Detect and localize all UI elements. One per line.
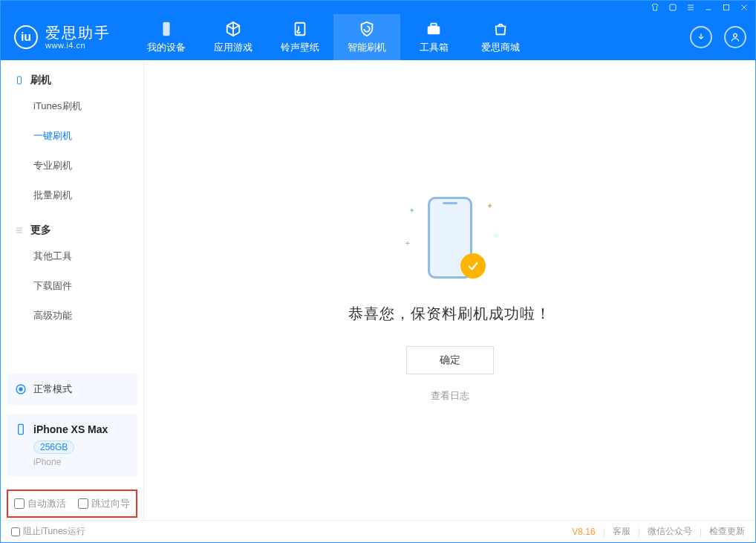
user-button[interactable] bbox=[724, 26, 746, 48]
options-highlight-box: 自动激活 跳过向导 bbox=[7, 490, 137, 518]
music-icon bbox=[291, 20, 309, 38]
main-content: ✦ + ✦ ✧ 恭喜您，保资料刷机成功啦！ 确定 查看日志 bbox=[144, 60, 755, 521]
bag-icon bbox=[492, 20, 509, 38]
svg-rect-13 bbox=[18, 77, 22, 84]
app-header: iu 爱思助手 www.i4.cn 我的设备 应用游戏 铃声壁纸 智能刷机 工具… bbox=[1, 14, 755, 60]
block-itunes-option[interactable]: 阻止iTunes运行 bbox=[11, 525, 85, 538]
divider: | bbox=[603, 527, 605, 537]
device-mode-card[interactable]: 正常模式 bbox=[7, 374, 137, 405]
svg-rect-8 bbox=[163, 22, 169, 36]
svg-rect-5 bbox=[724, 5, 729, 10]
view-log-link[interactable]: 查看日志 bbox=[431, 389, 469, 403]
window-titlebar bbox=[1, 1, 755, 14]
device-name: iPhone XS Max bbox=[33, 423, 108, 435]
nav-ringtones-wallpapers[interactable]: 铃声壁纸 bbox=[267, 14, 333, 60]
main-nav: 我的设备 应用游戏 铃声壁纸 智能刷机 工具箱 爱思商城 bbox=[133, 14, 534, 60]
option-auto-activate[interactable]: 自动激活 bbox=[14, 497, 66, 510]
svg-point-18 bbox=[19, 388, 22, 391]
mode-label: 正常模式 bbox=[33, 383, 72, 396]
success-message: 恭喜您，保资料刷机成功啦！ bbox=[348, 304, 551, 324]
nav-toolbox[interactable]: 工具箱 bbox=[400, 14, 467, 60]
downloads-button[interactable] bbox=[690, 26, 712, 48]
skip-guide-checkbox[interactable] bbox=[78, 498, 88, 509]
device-info-card[interactable]: iPhone XS Max 256GB iPhone bbox=[7, 414, 137, 476]
sparkle-icon: + bbox=[405, 238, 410, 247]
tshirt-icon[interactable] bbox=[650, 2, 660, 13]
nav-smart-flash[interactable]: 智能刷机 bbox=[333, 14, 400, 60]
sidebar-item-pro-flash[interactable]: 专业刷机 bbox=[33, 151, 143, 181]
option-skip-guide[interactable]: 跳过向导 bbox=[78, 497, 130, 510]
nav-label: 爱思商城 bbox=[481, 41, 520, 54]
device-storage: 256GB bbox=[33, 440, 74, 454]
sidebar-item-other-tools[interactable]: 其他工具 bbox=[33, 241, 143, 271]
version-label: V8.16 bbox=[572, 527, 595, 537]
logo-text: 爱思助手 www.i4.cn bbox=[45, 25, 111, 50]
svg-rect-19 bbox=[19, 424, 24, 434]
section-title: 更多 bbox=[30, 224, 51, 237]
device-icon bbox=[157, 20, 175, 38]
sidebar-section-flash: 刷机 bbox=[1, 60, 143, 91]
mode-icon bbox=[14, 383, 27, 396]
svg-rect-0 bbox=[670, 4, 676, 10]
shield-refresh-icon bbox=[358, 20, 376, 38]
svg-rect-11 bbox=[431, 24, 436, 27]
footer-link-support[interactable]: 客服 bbox=[613, 525, 630, 538]
sidebar-item-batch-flash[interactable]: 批量刷机 bbox=[33, 181, 143, 210]
block-itunes-checkbox[interactable] bbox=[11, 527, 20, 536]
nav-label: 工具箱 bbox=[420, 41, 449, 54]
option-label: 自动激活 bbox=[27, 497, 66, 510]
nav-label: 应用游戏 bbox=[214, 41, 252, 54]
ok-button[interactable]: 确定 bbox=[406, 346, 494, 374]
sidebar-item-advanced[interactable]: 高级功能 bbox=[33, 301, 143, 331]
sparkle-icon: ✦ bbox=[408, 206, 415, 215]
sidebar-section-more: 更多 bbox=[1, 210, 143, 241]
divider: | bbox=[700, 527, 702, 537]
auto-activate-checkbox[interactable] bbox=[14, 498, 25, 509]
sparkle-icon: ✧ bbox=[492, 231, 499, 241]
device-type: iPhone bbox=[33, 457, 130, 467]
footer-link-update[interactable]: 检查更新 bbox=[709, 525, 745, 538]
section-title: 刷机 bbox=[30, 74, 51, 87]
divider: | bbox=[638, 527, 640, 537]
toolbox-icon bbox=[425, 20, 443, 38]
check-badge-icon bbox=[460, 253, 486, 279]
sidebar-item-download-firmware[interactable]: 下载固件 bbox=[33, 271, 143, 301]
nav-label: 智能刷机 bbox=[348, 41, 386, 54]
list-icon bbox=[14, 225, 25, 235]
svg-rect-10 bbox=[428, 26, 440, 34]
logo-icon: iu bbox=[14, 25, 38, 49]
phone-icon bbox=[14, 75, 25, 85]
nav-label: 铃声壁纸 bbox=[281, 41, 319, 54]
sparkle-icon: ✦ bbox=[486, 201, 493, 211]
svg-point-12 bbox=[734, 33, 737, 37]
header-right bbox=[690, 26, 746, 48]
success-illustration: ✦ + ✦ ✧ bbox=[405, 194, 495, 283]
maximize-icon[interactable] bbox=[721, 2, 731, 13]
sidebar: 刷机 iTunes刷机 一键刷机 专业刷机 批量刷机 更多 其他工具 下载固件 … bbox=[1, 60, 144, 521]
nav-my-device[interactable]: 我的设备 bbox=[133, 14, 200, 60]
nav-apps-games[interactable]: 应用游戏 bbox=[200, 14, 267, 60]
app-name: 爱思助手 bbox=[45, 25, 111, 41]
nav-store[interactable]: 爱思商城 bbox=[467, 14, 534, 60]
cube-icon bbox=[224, 20, 242, 38]
close-icon[interactable] bbox=[739, 2, 749, 13]
nav-label: 我的设备 bbox=[147, 41, 186, 54]
app-url: www.i4.cn bbox=[45, 41, 111, 50]
footer-link-wechat[interactable]: 微信公众号 bbox=[648, 525, 692, 538]
device-icon bbox=[14, 423, 27, 436]
status-bar: 阻止iTunes运行 V8.16 | 客服 | 微信公众号 | 检查更新 bbox=[1, 520, 755, 542]
sidebar-item-itunes-flash[interactable]: iTunes刷机 bbox=[33, 91, 143, 121]
menu-icon[interactable] bbox=[685, 2, 696, 13]
minimize-icon[interactable] bbox=[703, 2, 714, 13]
feedback-icon[interactable] bbox=[668, 2, 678, 13]
app-logo[interactable]: iu 爱思助手 www.i4.cn bbox=[14, 25, 111, 50]
sidebar-item-oneclick-flash[interactable]: 一键刷机 bbox=[33, 121, 143, 151]
block-itunes-label: 阻止iTunes运行 bbox=[23, 525, 85, 538]
option-label: 跳过向导 bbox=[91, 497, 130, 510]
